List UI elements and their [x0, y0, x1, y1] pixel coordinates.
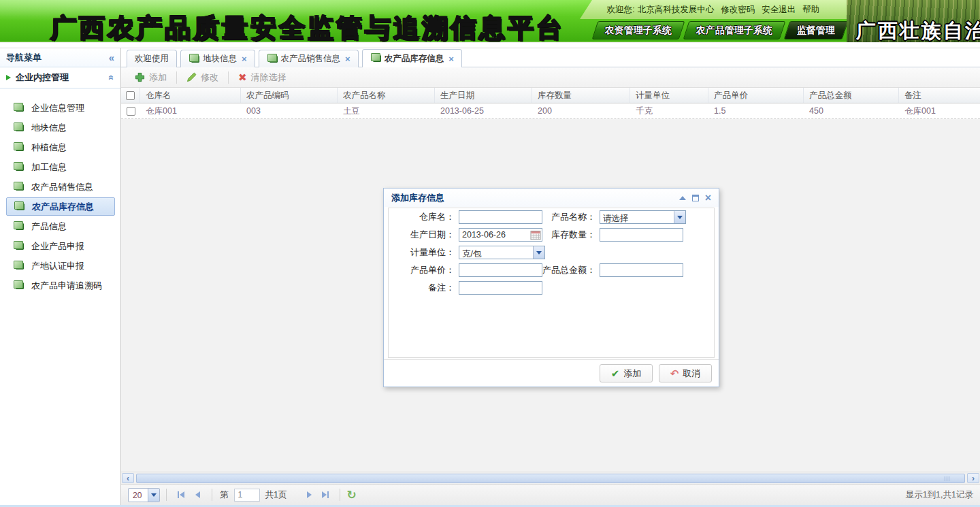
change-password-link[interactable]: 修改密码 [721, 4, 755, 16]
table-row[interactable]: 仓库001 003 土豆 2013-06-25 200 千克 1.5 450 仓… [121, 103, 980, 119]
page-title: 广西农产品质量安全监管与追溯信息平台 [50, 11, 565, 46]
sidebar-item-inventory-info[interactable]: 农产品库存信息 [6, 197, 115, 216]
sidebar-item-label: 加工信息 [31, 161, 67, 174]
row-checkbox[interactable] [127, 107, 135, 116]
unit-select[interactable]: 克/包 [459, 246, 545, 259]
unit-value: 克/包 [459, 246, 533, 259]
dialog-title: 添加库存信息 [391, 192, 679, 204]
column-header-unit[interactable]: 计量单位 [630, 88, 708, 103]
total-amount-field[interactable] [600, 263, 683, 277]
warehouse-name-field[interactable] [459, 210, 542, 224]
total-amount-label: 产品总金额： [542, 264, 600, 276]
sidebar-item-label: 种植信息 [31, 142, 67, 154]
sidebar-item-product-declaration[interactable]: 企业产品申报 [0, 236, 120, 256]
product-name-select[interactable]: 请选择 [600, 210, 686, 224]
dialog-footer: ✔ 添加 ↶ 取消 [384, 359, 719, 387]
subsystem-tab-label: 监督管理 [797, 24, 835, 37]
help-link[interactable]: 帮助 [802, 4, 819, 16]
column-header-warehouse[interactable]: 仓库名 [140, 88, 241, 103]
document-stack-icon [191, 56, 199, 63]
first-page-button[interactable] [173, 488, 189, 502]
pagination-separator [166, 489, 167, 501]
product-name-label: 产品名称： [542, 211, 600, 223]
table-header-row: 仓库名 农产品编码 农产品名称 生产日期 库存数量 计量单位 产品单价 产品总金… [121, 88, 980, 103]
chevron-down-icon[interactable] [148, 489, 159, 502]
cell-production-date: 2013-06-25 [435, 103, 532, 118]
add-button[interactable]: 添加 [128, 71, 174, 84]
tab-inventory-info[interactable]: 农产品库存信息 × [362, 49, 462, 67]
sidebar-collapse-icon[interactable]: « [109, 52, 114, 63]
collapse-icon[interactable] [679, 196, 686, 200]
document-stack-icon [16, 184, 24, 191]
subsystem-tab-supervision[interactable]: 监督管理 [784, 21, 849, 39]
column-header-production-date[interactable]: 生产日期 [435, 88, 532, 103]
triangle-right-icon [6, 75, 11, 80]
tab-welcome[interactable]: 欢迎使用 [127, 50, 177, 67]
welcome-user: 北京高科技发展中心 [638, 4, 715, 16]
first-page-icon [178, 491, 179, 498]
sidebar-item-planting-info[interactable]: 种植信息 [0, 137, 120, 157]
production-date-field[interactable]: 2013-06-26 [459, 228, 542, 242]
check-icon: ✔ [611, 367, 620, 380]
scroll-left-button[interactable]: ‹ [122, 473, 134, 483]
form-row: 产品单价： 产品总金额： [389, 263, 714, 277]
column-header-remark[interactable]: 备注 [899, 88, 980, 103]
clear-selection-button[interactable]: ✖ 清除选择 [231, 71, 293, 84]
scroll-right-button[interactable]: › [967, 473, 979, 483]
subsystem-tab-agri-materials[interactable]: 农资管理子系统 [592, 21, 685, 39]
sidebar-title: 导航菜单 [6, 52, 109, 64]
tab-plot-info[interactable]: 地块信息 × [180, 50, 255, 67]
calendar-icon[interactable] [530, 230, 541, 240]
next-page-button[interactable] [301, 488, 317, 502]
dialog-window-controls: × [679, 193, 711, 203]
tab-close-icon[interactable]: × [345, 54, 350, 64]
sidebar-item-processing-info[interactable]: 加工信息 [0, 157, 120, 177]
sidebar-item-origin-certification[interactable]: 产地认证申报 [0, 256, 120, 276]
page-number-input[interactable] [234, 489, 260, 502]
chevron-down-icon[interactable] [674, 211, 685, 223]
sidebar-section-internal-control[interactable]: 企业内控管理 « [0, 67, 120, 88]
welcome-bar: 欢迎您: 北京高科技发展中心 修改密码 安全退出 帮助 [580, 0, 847, 19]
grid-toolbar: 添加 修改 ✖ 清除选择 [121, 67, 980, 88]
column-header-product-name[interactable]: 农产品名称 [338, 88, 435, 103]
sidebar-item-enterprise-info[interactable]: 企业信息管理 [0, 98, 120, 118]
logout-link[interactable]: 安全退出 [762, 4, 796, 16]
stock-qty-field[interactable] [600, 228, 683, 242]
sidebar-item-trace-code[interactable]: 农产品申请追溯码 [0, 276, 120, 295]
sidebar-item-plot-info[interactable]: 地块信息 [0, 118, 120, 137]
chevron-down-icon[interactable] [533, 246, 544, 259]
unit-price-label: 产品单价： [389, 264, 459, 276]
dialog-cancel-button[interactable]: ↶ 取消 [659, 364, 712, 382]
region-banner: 广西壮族自治区 [847, 0, 980, 42]
remark-field[interactable] [459, 281, 542, 295]
document-stack-icon [373, 55, 381, 62]
cell-unit: 千克 [630, 103, 708, 118]
column-header-total-amount[interactable]: 产品总金额 [804, 88, 899, 103]
column-header-unit-price[interactable]: 产品单价 [708, 88, 804, 103]
column-header-product-code[interactable]: 农产品编码 [241, 88, 338, 103]
column-header-stock-qty[interactable]: 库存数量 [532, 88, 630, 103]
chevron-up-double-icon[interactable]: « [106, 75, 117, 80]
sidebar-item-sales-info[interactable]: 农产品销售信息 [0, 177, 120, 197]
prev-page-button[interactable] [189, 488, 206, 502]
tab-sales-info[interactable]: 农产品销售信息 × [259, 50, 359, 67]
dialog-add-button[interactable]: ✔ 添加 [600, 364, 653, 382]
triangle-right-icon [322, 491, 327, 498]
scrollbar-thumb[interactable] [136, 474, 965, 483]
close-icon[interactable]: × [705, 193, 711, 203]
add-inventory-dialog: 添加库存信息 × 仓库名： 产品名称： 请选择 生产日期： 2013-06- [383, 188, 719, 387]
unit-price-field[interactable] [459, 263, 542, 277]
select-all-checkbox[interactable] [126, 91, 135, 100]
sidebar-item-product-info[interactable]: 产品信息 [0, 216, 120, 236]
refresh-icon[interactable]: ↻ [346, 488, 356, 502]
page-size-select[interactable]: 20 [128, 488, 160, 502]
tab-close-icon[interactable]: × [242, 54, 247, 64]
maximize-icon[interactable] [692, 195, 699, 201]
edit-button[interactable]: 修改 [180, 71, 225, 84]
dialog-titlebar[interactable]: 添加库存信息 × [384, 189, 719, 207]
subsystem-tab-agri-products[interactable]: 农产品管理子系统 [683, 21, 786, 39]
unit-label: 计量单位： [389, 246, 459, 259]
tab-close-icon[interactable]: × [448, 54, 454, 64]
form-row: 仓库名： 产品名称： 请选择 [389, 210, 714, 224]
last-page-button[interactable] [317, 488, 333, 502]
